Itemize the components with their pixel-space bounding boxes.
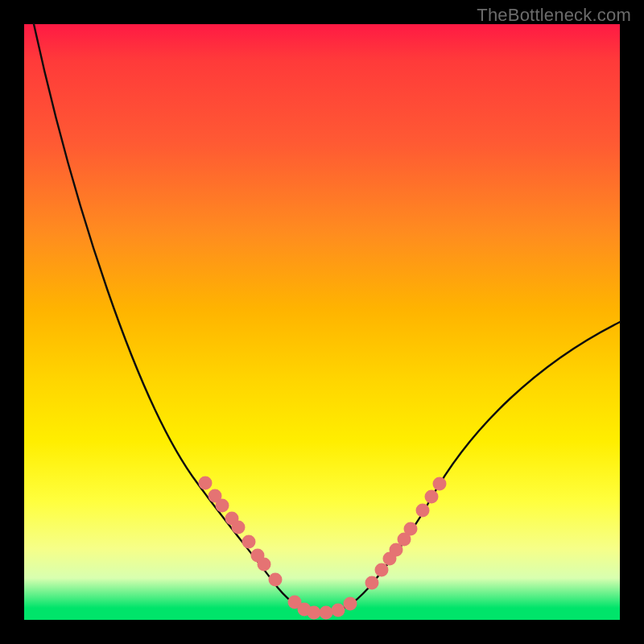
curve-marker	[308, 606, 321, 620]
curve-layer	[24, 24, 620, 620]
curve-marker	[320, 606, 333, 620]
curve-marker	[425, 490, 439, 504]
curve-marker	[232, 521, 246, 535]
curve-marker	[365, 576, 379, 590]
curve-marker	[404, 522, 418, 536]
curve-marker	[375, 564, 389, 577]
curve-marker	[269, 573, 283, 587]
curve-marker	[199, 477, 213, 490]
plot-area	[24, 24, 620, 620]
curve-marker	[344, 597, 357, 611]
curve-marker	[216, 499, 229, 513]
watermark-text: TheBottleneck.com	[477, 5, 631, 26]
curve-marker	[332, 604, 345, 617]
curve-marker	[258, 558, 271, 572]
bottleneck-curve	[34, 24, 620, 613]
curve-marker	[416, 504, 430, 518]
curve-markers	[199, 477, 447, 620]
curve-marker	[433, 477, 447, 491]
curve-marker	[242, 535, 256, 549]
chart-frame: TheBottleneck.com	[0, 0, 644, 644]
